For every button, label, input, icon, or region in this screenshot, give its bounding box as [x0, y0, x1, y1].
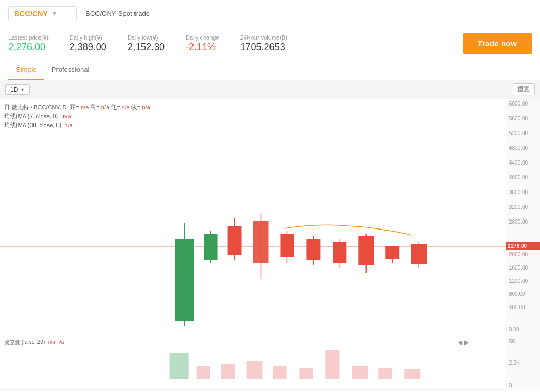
- svg-rect-2: [175, 239, 194, 321]
- svg-rect-12: [306, 239, 320, 260]
- svg-text:3600.00: 3600.00: [509, 189, 528, 195]
- svg-text:2800.00: 2800.00: [509, 219, 528, 225]
- svg-rect-44: [325, 350, 339, 379]
- svg-text:2000.00: 2000.00: [509, 252, 528, 257]
- svg-text:800.00: 800.00: [509, 291, 525, 297]
- svg-rect-18: [385, 246, 399, 259]
- pair-subtitle: BCC/CNY Spot trade: [85, 9, 150, 17]
- stats-bar: Lastest price(¥) 2,276.00 Daily high(¥) …: [0, 27, 540, 60]
- volume-y-axis: 5K 2.5K 0: [506, 337, 540, 389]
- volume-label: 成交量 (false, 20) n/a n/a: [4, 339, 64, 346]
- svg-text:6000.00: 6000.00: [509, 101, 528, 107]
- svg-text:5600.00: 5600.00: [509, 116, 528, 121]
- svg-text:4800.00: 4800.00: [509, 145, 528, 151]
- volume-y-axis-svg: 5K 2.5K 0: [506, 337, 540, 390]
- chart-info-overlay: 日 微比特 · BCC/CNY, D 开= n/a 高= n/a 低= n/a …: [4, 103, 150, 129]
- svg-rect-47: [404, 369, 420, 379]
- main-chart-area: 日 微比特 · BCC/CNY, D 开= n/a 高= n/a 低= n/a …: [0, 99, 540, 337]
- svg-rect-45: [352, 366, 368, 379]
- pair-label: BCC/CNY: [14, 9, 48, 18]
- interval-label: 1D: [10, 86, 18, 93]
- trade-now-button[interactable]: Trade now: [463, 33, 532, 54]
- candlestick-chart: 日 微比特 · BCC/CNY, D 开= n/a 高= n/a 低= n/a …: [0, 99, 506, 337]
- chart-info-line1: 日 微比特 · BCC/CNY, D 开= n/a 高= n/a 低= n/a …: [4, 103, 150, 111]
- last-price-stat: Lastest price(¥) 2,276.00: [8, 34, 49, 53]
- svg-text:0: 0: [509, 383, 512, 388]
- last-price-value: 2,276.00: [8, 42, 49, 53]
- svg-rect-40: [221, 364, 235, 379]
- tabs-bar: Simple Professional: [0, 60, 540, 80]
- svg-rect-39: [197, 366, 210, 379]
- daily-low-stat: Daily low(¥) 2,152.30: [128, 34, 165, 53]
- svg-text:1600.00: 1600.00: [509, 265, 528, 271]
- svg-text:2.5K: 2.5K: [509, 360, 520, 366]
- daily-change-label: Daily change: [186, 34, 219, 41]
- last-price-label: Lastest price(¥): [8, 34, 49, 41]
- svg-rect-41: [247, 361, 263, 379]
- svg-text:2276.00: 2276.00: [508, 243, 527, 249]
- svg-rect-46: [378, 368, 392, 379]
- svg-rect-10: [280, 234, 294, 257]
- volume-pagination[interactable]: ◀ ▶: [458, 339, 469, 346]
- interval-selector[interactable]: 1D ▼: [5, 84, 30, 95]
- volume-svg: [0, 337, 506, 390]
- y-axis-svg: 6000.00 5600.00 5200.00 4800.00 4400.00 …: [506, 99, 540, 337]
- daily-high-label: Daily high(¥): [70, 34, 107, 41]
- svg-rect-8: [253, 221, 269, 263]
- daily-change-stat: Daily change -2.11%: [186, 34, 219, 53]
- svg-text:5200.00: 5200.00: [509, 130, 528, 136]
- svg-rect-38: [170, 353, 189, 379]
- volume-value: 1705.2653: [240, 42, 287, 53]
- svg-rect-16: [358, 236, 374, 265]
- pair-selector[interactable]: BCC/CNY ▼: [8, 6, 77, 21]
- chevron-down-icon: ▼: [52, 11, 57, 16]
- svg-rect-4: [204, 234, 218, 260]
- tab-simple[interactable]: Simple: [8, 60, 44, 80]
- volume-label: 24Hour volume(B): [240, 34, 287, 41]
- chart-container: 1D ▼ 重置 日 微比特 · BCC/CNY, D 开= n/a 高= n/a…: [0, 80, 540, 392]
- chart-info-line3: 均线(MA (30, close, 0) n/a: [4, 121, 150, 129]
- daily-low-value: 2,152.30: [128, 42, 165, 53]
- daily-high-value: 2,389.00: [70, 42, 107, 53]
- reset-button[interactable]: 重置: [513, 83, 535, 95]
- interval-chevron-icon: ▼: [20, 87, 25, 92]
- svg-text:0.00: 0.00: [509, 327, 519, 332]
- volume-section: 成交量 (false, 20) n/a n/a ◀ ▶: [0, 337, 540, 389]
- svg-text:3200.00: 3200.00: [509, 204, 528, 210]
- svg-rect-42: [273, 366, 286, 379]
- header: BCC/CNY ▼ BCC/CNY Spot trade: [0, 0, 540, 27]
- svg-text:5K: 5K: [509, 339, 516, 345]
- svg-text:4400.00: 4400.00: [509, 160, 528, 166]
- chart-toolbar: 1D ▼ 重置: [0, 80, 540, 99]
- daily-high-stat: Daily high(¥) 2,389.00: [70, 34, 107, 53]
- svg-rect-43: [299, 368, 313, 379]
- svg-text:1200.00: 1200.00: [509, 278, 528, 284]
- svg-rect-6: [228, 226, 242, 255]
- svg-text:4000.00: 4000.00: [509, 175, 528, 180]
- svg-rect-20: [411, 244, 427, 264]
- tab-professional[interactable]: Professional: [44, 60, 97, 80]
- daily-change-value: -2.11%: [186, 42, 219, 53]
- candlestick-svg: [0, 99, 506, 337]
- daily-low-label: Daily low(¥): [128, 34, 165, 41]
- svg-text:400.00: 400.00: [509, 304, 525, 310]
- chart-info-line2: 均线(MA (7, close, 0) n/a: [4, 112, 150, 120]
- volume-stat: 24Hour volume(B) 1705.2653: [240, 34, 287, 53]
- svg-rect-14: [333, 242, 346, 263]
- volume-chart: 成交量 (false, 20) n/a n/a ◀ ▶: [0, 337, 506, 389]
- price-y-axis: 6000.00 5600.00 5200.00 4800.00 4400.00 …: [506, 99, 540, 337]
